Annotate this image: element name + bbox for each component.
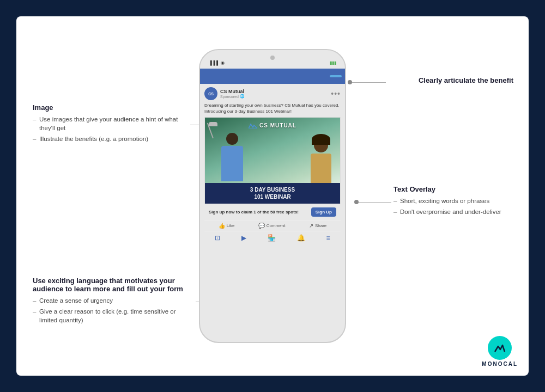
- person-hair: [312, 134, 330, 145]
- comment-label: Comment: [267, 223, 286, 228]
- fb-action-comment[interactable]: 💬 Comment: [258, 223, 286, 229]
- nav-menu-icon[interactable]: ≡: [326, 234, 330, 242]
- fb-poster-info: CS Mutual Sponsored 🌐: [220, 89, 245, 99]
- person-head-right: [314, 138, 328, 152]
- connector-dot-benefit: [348, 80, 352, 84]
- monocal-text: MONOCAL: [482, 361, 518, 367]
- cs-mutual-icon: [249, 122, 257, 128]
- fb-poster-row: CS CS Mutual Sponsored 🌐 •••: [204, 87, 341, 100]
- annotation-cta: Use exciting language that motivates you…: [33, 277, 193, 327]
- person-head-left: [226, 133, 238, 145]
- connector-dot-overlay: [354, 200, 359, 204]
- annotation-image: Image Use images that give your audience…: [33, 103, 188, 145]
- annotation-overlay-title: Text Overlay: [393, 185, 513, 193]
- annotation-cta-item-2: Give a clear reason to click (e.g. time …: [33, 307, 193, 324]
- ad-logo-text: CS MUTUAL: [259, 122, 296, 128]
- svg-marker-0: [249, 124, 257, 128]
- annotation-image-title: Image: [33, 103, 188, 112]
- monocal-icon: [488, 336, 512, 360]
- ad-text-headline: 3 DAY BUSINESS101 WEBINAR: [209, 186, 336, 200]
- nav-home-icon[interactable]: ⊡: [215, 234, 220, 242]
- annotation-overlay-item-1: Short, exciting words or phrases: [393, 197, 513, 205]
- annotation-benefit: Clearly articulate the benefit: [388, 76, 513, 88]
- annotation-overlay: Text Overlay Short, exciting words or ph…: [393, 185, 513, 218]
- annotation-image-item-1: Use images that give your audience a hin…: [33, 115, 188, 132]
- phone-frame: ▐▐▐ ◉ ▮▮▮ CS CS Mutual: [199, 49, 346, 343]
- ad-logo-overlay: CS MUTUAL: [249, 122, 296, 128]
- like-icon: 👍: [219, 223, 225, 229]
- status-signal: ▐▐▐ ◉: [209, 60, 225, 65]
- comment-icon: 💬: [258, 223, 265, 229]
- status-battery: ▮▮▮: [330, 60, 336, 65]
- fb-caption: Dreaming of starting your own business? …: [204, 102, 341, 114]
- share-label: Share: [315, 223, 326, 228]
- monocal-logo: MONOCAL: [482, 336, 518, 367]
- fb-cta-row: Sign up now to claim 1 of the 50 free sp…: [204, 204, 341, 220]
- nav-video-icon[interactable]: ▶: [241, 234, 246, 242]
- lamp: [213, 122, 214, 138]
- connector-line-overlay: [356, 202, 391, 203]
- fb-poster-name: CS Mutual: [220, 89, 245, 94]
- fb-avatar: CS: [204, 87, 217, 100]
- share-icon: ↗: [309, 223, 313, 229]
- ad-text-overlay: 3 DAY BUSINESS101 WEBINAR: [205, 183, 340, 204]
- annotation-image-item-2: Illustrate the benefits (e.g. a promotio…: [33, 134, 188, 143]
- fb-header-accent: [330, 75, 342, 77]
- annotation-image-list: Use images that give your audience a hin…: [33, 115, 188, 143]
- like-label: Like: [227, 223, 235, 228]
- phone-mockup: ▐▐▐ ◉ ▮▮▮ CS CS Mutual: [199, 49, 346, 343]
- main-card: Image Use images that give your audience…: [16, 16, 529, 376]
- person-right-silhouette: [307, 138, 335, 187]
- fb-header-bar: [200, 69, 345, 84]
- lamp-head: [209, 122, 217, 126]
- annotation-overlay-item-2: Don't overpromise and under-deliver: [393, 207, 513, 216]
- fb-actions-row: 👍 Like 💬 Comment ↗ Share: [204, 220, 341, 231]
- phone-camera: [270, 56, 275, 60]
- nav-store-icon[interactable]: 🏪: [268, 234, 276, 242]
- fb-action-like[interactable]: 👍 Like: [219, 223, 235, 229]
- nav-bell-icon[interactable]: 🔔: [297, 234, 305, 242]
- fb-sponsored: Sponsored 🌐: [220, 94, 245, 99]
- fb-cta-button[interactable]: Sign Up: [311, 207, 336, 217]
- fb-post: CS CS Mutual Sponsored 🌐 ••• Dreaming of…: [200, 84, 345, 342]
- annotation-cta-item-1: Create a sense of urgency: [33, 296, 193, 305]
- annotation-overlay-list: Short, exciting words or phrases Don't o…: [393, 197, 513, 216]
- person-body-right: [311, 154, 331, 183]
- fb-bottom-nav: ⊡ ▶ 🏪 🔔 ≡: [204, 231, 341, 244]
- connector-line-benefit: [350, 82, 386, 83]
- annotation-benefit-title: Clearly articulate the benefit: [388, 76, 513, 84]
- fb-cta-text: Sign up now to claim 1 of the 50 free sp…: [209, 210, 311, 215]
- person-body-left: [221, 146, 243, 181]
- fb-ad-image: CS MUTUAL 3 DAY BUSINESS101 WEBINAR: [204, 117, 341, 204]
- annotation-cta-title: Use exciting language that motivates you…: [33, 277, 193, 293]
- fb-action-share[interactable]: ↗ Share: [309, 223, 326, 229]
- fb-more-options[interactable]: •••: [331, 89, 341, 98]
- fb-poster-left: CS CS Mutual Sponsored 🌐: [204, 87, 245, 100]
- annotation-cta-list: Create a sense of urgency Give a clear r…: [33, 296, 193, 324]
- monocal-svg-icon: [493, 341, 507, 355]
